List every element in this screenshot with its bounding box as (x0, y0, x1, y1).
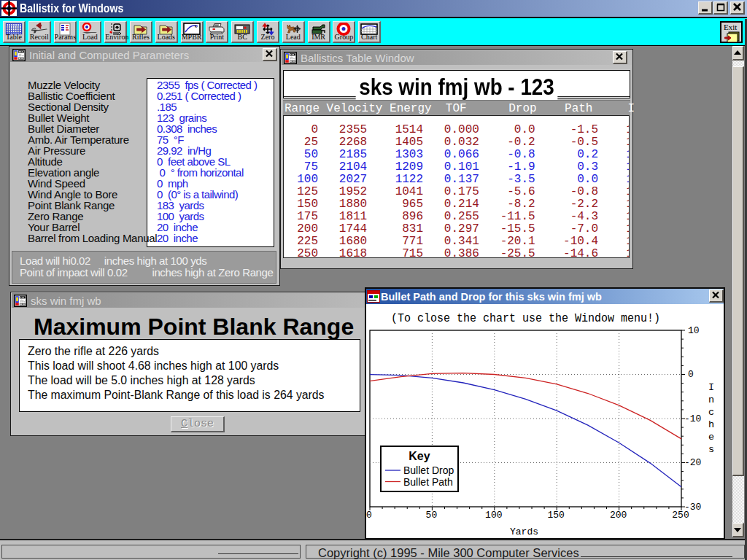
svg-text:0: 0 (688, 369, 694, 380)
svg-text:-10: -10 (684, 413, 701, 424)
svg-text:Bullet Path: Bullet Path (403, 476, 453, 488)
svg-text:100: 100 (485, 510, 502, 521)
svg-text:e: e (708, 432, 714, 443)
svg-text:Yards: Yards (510, 526, 538, 537)
svg-text:Bullet Drop: Bullet Drop (403, 464, 454, 476)
svg-text:Key: Key (409, 450, 430, 462)
svg-text:(To close the chart use the Wi: (To close the chart use the Window menu!… (391, 312, 660, 325)
svg-text:I: I (708, 382, 714, 393)
svg-text:-20: -20 (684, 457, 701, 468)
svg-text:150: 150 (547, 510, 564, 521)
svg-text:n: n (708, 394, 714, 405)
svg-text:h: h (708, 419, 714, 430)
svg-text:200: 200 (610, 510, 627, 521)
svg-text:c: c (708, 407, 714, 418)
svg-text:-30: -30 (684, 502, 701, 513)
svg-text:0: 0 (366, 510, 372, 521)
svg-text:s: s (708, 444, 714, 455)
svg-text:10: 10 (688, 325, 700, 336)
svg-text:50: 50 (426, 510, 438, 521)
